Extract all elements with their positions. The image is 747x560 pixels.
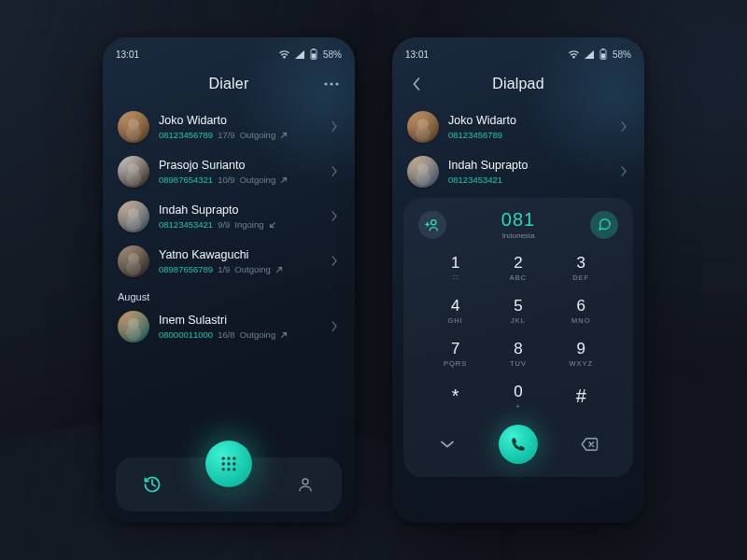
search-results: Joko Widarto 08123456789 Indah Suprapto … [392,101,644,194]
call-date: 16/8 [218,329,235,340]
key-1[interactable]: 1∷ [426,247,485,288]
add-contact-button[interactable] [418,211,446,239]
message-button[interactable] [590,211,618,239]
key-2[interactable]: 2ABC [488,247,547,288]
call-type: Outgoing [234,264,271,274]
wifi-icon [569,50,579,59]
avatar [118,311,149,343]
svg-point-7 [222,457,225,460]
status-bar: 13:01 58% [103,43,355,65]
call-log-item[interactable]: Yatno Kawaguchi 08987656789 1/9 Outgoing [103,239,355,284]
country-label: Indonesia [501,231,535,240]
backspace-button[interactable] [573,428,605,460]
more-horizontal-icon [324,82,339,86]
signal-icon [295,50,304,59]
contact-number: 08123453421 [159,219,213,230]
contact-result-item[interactable]: Joko Widarto 08123456789 [392,105,644,149]
call-meta: 08123453421 9/9 Ingoing [159,219,322,230]
svg-point-6 [303,479,308,484]
call-type: Outgoing [240,130,276,140]
phone-icon [510,436,527,453]
key-hash[interactable]: # [552,376,611,417]
wifi-icon [279,50,289,59]
svg-point-4 [330,82,332,85]
typed-number-display: 081 Indonesia [501,209,535,240]
contact-number: 08123456789 [159,130,213,140]
call-type: Ingoing [234,219,263,230]
call-log-item[interactable]: Prasojo Surianto 08987654321 10/9 Outgoi… [103,149,355,194]
call-date: 17/9 [218,130,235,140]
page-title: Dialer [209,76,249,92]
key-5[interactable]: 5JKL [488,290,547,331]
arrow-out-icon [280,176,288,184]
contact-name: Joko Widarto [448,114,612,129]
key-8[interactable]: 8TUV [488,333,547,374]
svg-rect-2 [312,53,316,58]
status-icons: 58% [279,49,342,60]
contact-result-item[interactable]: Indah Suprapto 08123453421 [392,149,644,194]
arrow-out-icon [280,331,288,339]
key-4[interactable]: 4GHI [426,290,485,331]
chevron-right-icon [331,253,338,270]
contact-number: 08987654321 [159,175,213,185]
add-person-icon [425,217,440,232]
call-date: 1/9 [218,264,230,274]
page-title: Dialpad [492,76,544,92]
chevron-left-icon [412,77,420,91]
avatar [118,201,149,232]
svg-point-15 [233,468,235,470]
contact-name: Yatno Kawaguchi [159,248,322,263]
call-date: 10/9 [218,175,235,185]
contact-name: Indah Suprapto [448,159,612,174]
bottom-tab-bar [116,457,342,511]
dialpad-header: Dialpad [392,67,644,101]
status-bar: 13:01 58% [392,43,644,65]
tab-history[interactable] [134,466,171,503]
svg-point-19 [431,219,436,224]
status-time: 13:01 [405,49,429,60]
backspace-icon [580,438,599,451]
tab-contacts[interactable] [287,466,324,503]
key-7[interactable]: 7PQRS [426,333,485,374]
history-icon [143,475,162,494]
contact-number: 08123456789 [448,130,502,140]
more-button[interactable] [317,70,345,98]
person-icon [297,476,314,493]
svg-point-10 [222,462,225,465]
chevron-right-icon [621,119,627,135]
typed-number: 081 [501,209,535,231]
back-button[interactable] [402,70,430,98]
call-log-item[interactable]: Joko Widarto 08123456789 17/9 Outgoing [103,105,355,149]
call-meta: 08000011000 16/8 Outgoing [159,329,322,340]
avatar [407,156,439,188]
call-button[interactable] [499,425,538,464]
call-type: Outgoing [240,329,276,340]
key-star[interactable]: * [426,376,485,417]
collapse-dialpad-button[interactable] [431,428,463,460]
call-type: Outgoing [240,175,276,185]
call-log-item[interactable]: Inem Sulastri 08000011000 16/8 Outgoing [103,304,355,349]
svg-point-9 [233,457,235,460]
key-3[interactable]: 3DEF [552,247,611,288]
key-9[interactable]: 9WXYZ [552,333,611,374]
contact-number: 08987656789 [159,264,213,274]
battery-percent: 58% [613,49,631,60]
dialpad-panel: 081 Indonesia 1∷ 2ABC 3DEF 4GHI 5JKL 6MN… [403,198,633,477]
contact-name: Prasojo Surianto [159,159,322,174]
key-0[interactable]: 0+ [488,376,547,417]
svg-rect-17 [602,49,604,49]
key-6[interactable]: 6MNO [552,290,611,331]
svg-point-5 [335,82,338,85]
open-dialpad-button[interactable] [205,441,252,487]
call-log-item[interactable]: Indah Suprapto 08123453421 9/9 Ingoing [103,194,355,239]
dialpad-screen: 13:01 58% Dialpad Joko Widarto 081234567… [392,37,644,523]
battery-icon [310,49,317,60]
message-icon [598,217,612,231]
contact-name: Indah Suprapto [159,203,322,218]
avatar [407,111,439,143]
svg-point-12 [233,462,235,465]
chevron-right-icon [331,163,338,180]
svg-point-8 [227,457,230,460]
arrow-out-icon [280,132,288,139]
battery-icon [599,49,607,60]
